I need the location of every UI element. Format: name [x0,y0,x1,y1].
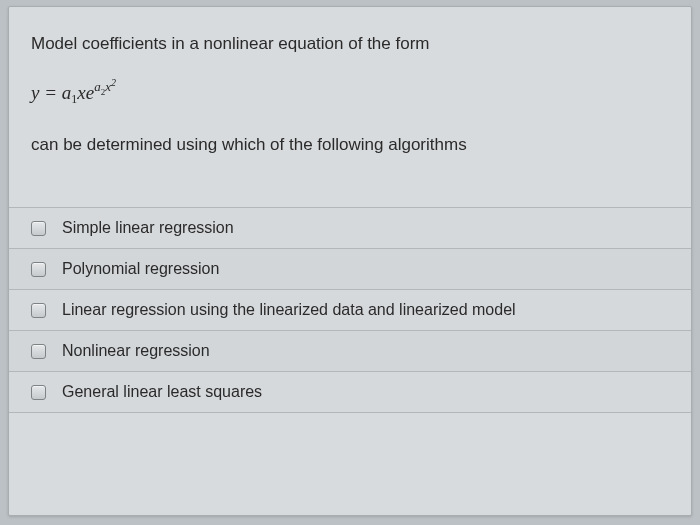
option-row[interactable]: Polynomial regression [9,249,691,290]
options-list: Simple linear regression Polynomial regr… [9,207,691,413]
checkbox-icon[interactable] [31,221,46,236]
checkbox-icon[interactable] [31,303,46,318]
option-label: General linear least squares [62,383,262,401]
checkbox-icon[interactable] [31,385,46,400]
option-label: Linear regression using the linearized d… [62,301,516,319]
question-stem: Model coefficients in a nonlinear equati… [9,7,691,207]
equation: y = a1xea2x2 [31,75,669,108]
option-label: Simple linear regression [62,219,234,237]
prompt-line-2: can be determined using which of the fol… [31,132,669,158]
option-row[interactable]: Nonlinear regression [9,331,691,372]
option-row[interactable]: General linear least squares [9,372,691,413]
equation-x1: x [77,81,85,102]
equation-e: e [86,81,94,102]
equation-exp-pow: 2 [111,77,116,88]
question-card: Model coefficients in a nonlinear equati… [8,6,692,516]
checkbox-icon[interactable] [31,344,46,359]
equation-equals: = [39,81,61,102]
option-row[interactable]: Simple linear regression [9,208,691,249]
equation-exponent: a2x2 [94,79,116,94]
option-label: Polynomial regression [62,260,219,278]
prompt-line-1: Model coefficients in a nonlinear equati… [31,31,669,57]
checkbox-icon[interactable] [31,262,46,277]
equation-a1: a [62,81,72,102]
option-row[interactable]: Linear regression using the linearized d… [9,290,691,331]
option-label: Nonlinear regression [62,342,210,360]
